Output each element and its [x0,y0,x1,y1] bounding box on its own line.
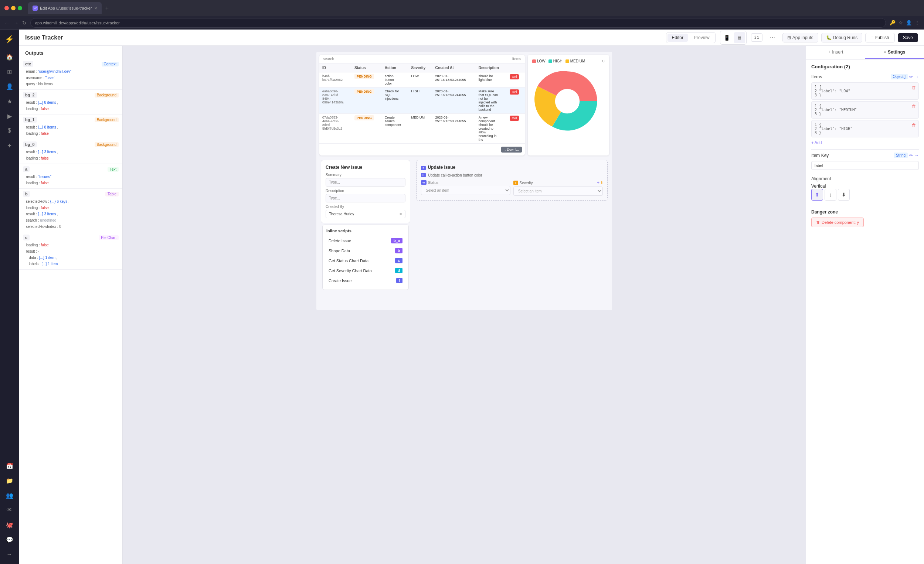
item-key-arrow-icon[interactable]: → [914,153,919,158]
more-options-btn[interactable]: ⋯ [767,32,778,43]
align-bottom-btn[interactable]: ⬇ [838,189,850,200]
view-toggle: 📱 🖥 [720,31,747,45]
badge-btn[interactable]: ℹ 1 [751,33,762,42]
titlebar: W Edit App u/user/issue-tracker ✕ + [0,0,924,16]
output-props-bg2: result : [...] 8 items , loading : false [26,99,118,112]
download-button[interactable]: ↓ Downl... [501,147,522,153]
bug-icon: 🐛 [826,35,832,40]
settings-icon: ≡ [884,49,886,55]
maximize-button[interactable] [18,6,22,10]
table-row[interactable]: eaba8d96-e387-4d2d-8494-096e4143b8fa PEN… [320,88,525,114]
severity-col: x Severity + ℹ Selec [513,180,603,196]
app-inputs-button[interactable]: ⊞ App inputs [783,33,818,42]
output-var-a: a [23,166,30,172]
desktop-view-btn[interactable]: 🖥 [734,32,745,43]
windmill-logo[interactable]: ⚡ [3,33,16,46]
sidebar-users[interactable]: 👥 [3,489,16,502]
created-by-value: Theresa Hurley ✕ [326,210,405,218]
close-created-by-icon[interactable]: ✕ [399,212,402,216]
align-middle-btn[interactable]: ↕ [825,189,836,200]
editor-button[interactable]: Editor [668,34,688,42]
delete-component-button[interactable]: 🗑 Delete component: y [811,218,864,227]
back-button[interactable]: ← [4,20,10,26]
status-col: w Status Select an item [421,180,510,196]
cell-del[interactable]: Del [507,114,525,144]
more-icon: ⋮ [915,20,920,25]
table-row[interactable]: 07da0553-4e6e-4d56-8ded-5fd0f7d5c3c2 PEN… [320,114,525,144]
status-select[interactable]: Select an item [421,186,510,195]
output-props-a: result : "Issues" loading : false [26,174,118,186]
align-top-btn[interactable]: ⬆ [811,189,823,200]
url-bar[interactable]: app.windmill.dev/apps/edit/u/user/issue-… [30,18,886,28]
debug-runs-button[interactable]: 🐛 Debug Runs [821,33,862,42]
sidebar-dollar[interactable]: $ [3,124,16,138]
sidebar-git[interactable]: 🐙 [3,518,16,531]
delete-item-2-btn[interactable]: 🗑 [912,104,916,109]
forward-button[interactable]: → [13,20,18,26]
minimize-button[interactable] [11,6,15,10]
script-row-create[interactable]: Create Issue f [326,276,405,285]
browser-tab[interactable]: W Edit App u/user/issue-tracker ✕ [28,2,102,14]
sidebar-star[interactable]: ★ [3,94,16,108]
vertical-label-text: Vertical [811,184,919,189]
output-group-a: a Text result : "Issues" loading : false [19,164,122,189]
script-row-severity[interactable]: Get Severity Chart Data d [326,266,405,275]
item-key-edit-icon[interactable]: ✏ [909,153,913,158]
script-row-status[interactable]: Get Status Chart Data c [326,256,405,265]
close-button[interactable] [4,6,9,10]
cell-del[interactable]: Del [507,88,525,114]
sidebar-home[interactable]: 🏠 [3,50,16,64]
traffic-lights [4,6,22,10]
trash-icon: 🗑 [816,220,820,224]
save-button[interactable]: Save [898,33,918,42]
description-input[interactable] [326,194,405,202]
address-bar-icons: 🔑 ☆ 👤 ⋮ [890,20,920,25]
insert-tab[interactable]: + Insert [806,46,865,59]
tab-close-icon[interactable]: ✕ [94,6,97,10]
delete-item-3-btn[interactable]: 🗑 [912,123,916,128]
sidebar-arrow[interactable]: → [3,548,16,561]
sidebar-discord[interactable]: 💬 [3,533,16,546]
app-title-input[interactable]: Issue Tracker [25,34,103,41]
delete-item-1-btn[interactable]: 🗑 [912,85,916,90]
sidebar-scripts[interactable]: 👤 [3,80,16,93]
publish-button[interactable]: ↑ Publish [865,33,894,42]
mobile-view-btn[interactable]: 📱 [722,32,732,43]
sidebar-apps[interactable]: ⊞ [3,65,16,78]
url-text: app.windmill.dev/apps/edit/u/user/issue-… [35,21,120,25]
items-arrow-icon[interactable]: → [914,74,919,79]
sidebar-flows[interactable]: ▶ [3,109,16,123]
settings-tab[interactable]: ≡ Settings [865,46,924,59]
add-item-button[interactable]: + Add [811,139,822,146]
output-var-bg1: bg_1 [23,117,37,123]
sidebar-resources[interactable]: ✦ [3,139,16,152]
script-row-delete[interactable]: Delete Issue b_a [326,236,405,245]
sidebar-files[interactable]: 📁 [3,474,16,487]
cell-del[interactable]: Del [507,72,525,88]
table-widget: search items ID Status Action Severity [320,55,525,156]
get-status-label: Get Status Chart Data [328,259,369,263]
reload-button[interactable]: ↻ [22,20,27,26]
new-tab-button[interactable]: + [103,5,111,12]
info-severity-icon[interactable]: ℹ [601,180,603,186]
add-severity-icon[interactable]: + [597,180,600,186]
sidebar-eye[interactable]: 👁 [3,503,16,517]
severity-select[interactable]: Select an item [513,187,603,196]
low-label: LOW [537,59,546,63]
output-group-ctx: ctx Context email : "user@windmill.dev" … [19,59,122,90]
medium-label: MEDIUM [570,59,585,63]
cell-id: eaba8d96-e387-4d2d-8494-096e4143b8fa [320,88,351,114]
alignment-group: ⬆ ↕ ⬇ [811,189,919,200]
sidebar-schedule[interactable]: 📅 [3,459,16,473]
icon-sidebar: ⚡ 🏠 ⊞ 👤 ★ ▶ $ ✦ 📅 📁 👥 👁 🐙 💬 → [0,30,19,564]
items-edit-icon[interactable]: ✏ [909,74,913,79]
summary-input[interactable] [326,178,405,187]
legend-medium: MEDIUM [566,59,585,63]
item-key-type-badge: String [894,153,908,158]
preview-button[interactable]: Preview [689,34,714,42]
refresh-icon[interactable]: ↻ [602,59,604,63]
outputs-panel: Outputs ctx Context email : "user@windmi… [19,46,123,564]
table-row[interactable]: b4af-b071ff0a2962 PENDING actionbuttonco… [320,72,525,88]
item-key-input[interactable]: label [811,161,919,170]
script-row-shape[interactable]: Shape Data b [326,246,405,255]
